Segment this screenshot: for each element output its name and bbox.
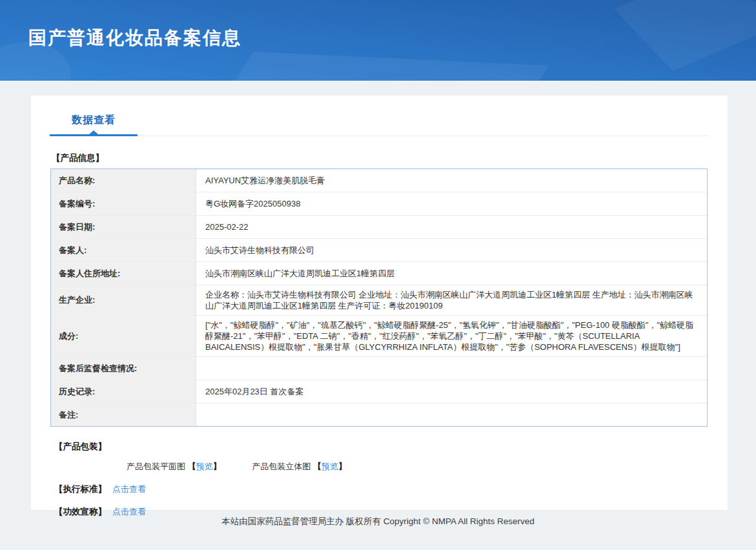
packaging-flat-item: 产品包装平面图 【预览】 <box>127 461 221 473</box>
table-row: 生产企业: 企业名称：汕头市艾诗生物科技有限公司 企业地址：汕头市潮南区峡山广洋… <box>51 285 707 315</box>
row-label: 历史记录: <box>51 380 196 403</box>
row-label: 成分: <box>51 316 196 356</box>
tab-bar: 数据查看 <box>50 96 709 136</box>
product-info-table: 产品名称: AIYAYUN艾雅运净澈美肌脱毛膏 备案编号: 粤G妆网备字2025… <box>50 168 708 427</box>
bracket-open: 【 <box>313 462 322 471</box>
packaging-stereo-label: 产品包装立体图 <box>252 462 313 471</box>
row-label: 生产企业: <box>51 285 196 315</box>
tab-data-view-label: 数据查看 <box>72 114 116 125</box>
row-label: 备注: <box>51 403 196 426</box>
active-tab-underline <box>50 134 138 136</box>
table-row: 备案人住所地址: 汕头市潮南区峡山广洋大道周凯迪工业区1幢第四层 <box>51 261 707 285</box>
table-row: 备案后监督检查情况: <box>51 356 707 380</box>
row-label: 备案人住所地址: <box>51 262 196 285</box>
table-row: 备案人: 汕头市艾诗生物科技有限公司 <box>51 238 707 261</box>
page-header: 国产普通化妆品备案信息 <box>0 0 756 81</box>
row-value <box>196 357 707 380</box>
table-row: 备案日期: 2025-02-22 <box>51 215 707 238</box>
claims-view-link[interactable]: 点击查看 <box>112 506 146 518</box>
row-label: 备案人: <box>51 239 196 261</box>
row-value: 汕头市潮南区峡山广洋大道周凯迪工业区1幢第四层 <box>196 262 707 285</box>
row-value: AIYAYUN艾雅运净澈美肌脱毛膏 <box>196 169 707 192</box>
tab-data-view[interactable]: 数据查看 <box>50 114 138 136</box>
row-value: ["水"，"鲸蜡硬脂醇"，"矿油"，"巯基乙酸钙"，"鲸蜡硬脂醇聚醚-25"，"… <box>196 316 707 356</box>
row-value: 2025年02月23日 首次备案 <box>196 380 707 403</box>
row-value <box>196 403 707 426</box>
standard-heading: 【执行标准】 <box>54 484 107 495</box>
table-row: 历史记录: 2025年02月23日 首次备案 <box>51 380 707 403</box>
product-info-heading: 【产品信息】 <box>52 152 708 164</box>
row-value: 2025-02-22 <box>196 216 707 238</box>
content-card: 数据查看 【产品信息】 产品名称: AIYAYUN艾雅运净澈美肌脱毛膏 备案编号… <box>31 96 728 510</box>
active-tab-arrow-icon <box>89 130 98 134</box>
bracket-open: 【 <box>188 462 196 471</box>
standard-section: 【执行标准】 点击查看 <box>54 484 708 495</box>
row-value: 汕头市艾诗生物科技有限公司 <box>196 239 707 261</box>
claims-heading: 【功效宣称】 <box>54 506 107 518</box>
row-value: 粤G妆网备字2025050938 <box>196 192 707 215</box>
row-value: 企业名称：汕头市艾诗生物科技有限公司 企业地址：汕头市潮南区峡山广洋大道周凯迪工… <box>196 285 707 315</box>
packaging-row: 产品包装平面图 【预览】 产品包装立体图 【预览】 <box>127 461 708 473</box>
row-label: 备案日期: <box>51 216 196 238</box>
packaging-heading: 【产品包装】 <box>54 441 708 453</box>
table-row: 备注: <box>51 403 707 426</box>
packaging-stereo-preview-link[interactable]: 预览 <box>322 462 338 471</box>
row-label: 备案后监督检查情况: <box>51 357 196 380</box>
standard-view-link[interactable]: 点击查看 <box>112 484 146 495</box>
page-title: 国产普通化妆品备案信息 <box>0 0 756 50</box>
packaging-flat-label: 产品包装平面图 <box>127 462 188 471</box>
bracket-close: 】 <box>213 462 221 471</box>
table-row: 产品名称: AIYAYUN艾雅运净澈美肌脱毛膏 <box>51 169 707 192</box>
table-row: 备案编号: 粤G妆网备字2025050938 <box>51 192 707 215</box>
table-row: 成分: ["水"，"鲸蜡硬脂醇"，"矿油"，"巯基乙酸钙"，"鲸蜡硬脂醇聚醚-2… <box>51 315 707 356</box>
row-label: 产品名称: <box>51 169 196 192</box>
bracket-close: 】 <box>338 462 347 471</box>
header-decoration <box>213 52 549 81</box>
packaging-flat-preview-link[interactable]: 预览 <box>196 462 213 471</box>
packaging-stereo-item: 产品包装立体图 【预览】 <box>252 461 347 473</box>
row-label: 备案编号: <box>51 192 196 215</box>
